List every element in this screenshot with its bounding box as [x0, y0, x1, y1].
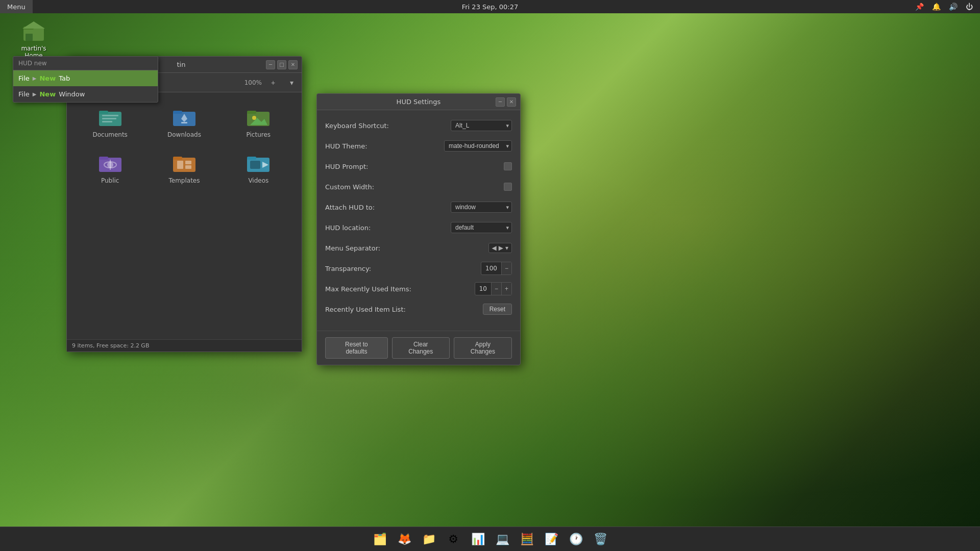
apply-changes-btn[interactable]: Apply Changes	[454, 337, 512, 359]
fm-templates[interactable]: Templates	[149, 146, 219, 188]
menu-separator-control: ◀ ▶ ▾	[488, 243, 512, 253]
hud-menu-arrow-2: ▶	[33, 91, 37, 97]
hud-location-control: default	[451, 222, 512, 233]
svg-rect-2	[26, 34, 33, 41]
hud-prompt-control	[504, 162, 512, 170]
pin-icon[interactable]: 📌	[913, 3, 926, 11]
hud-location-select-wrap: default	[451, 222, 512, 233]
desktop-home-icon[interactable]: martin's Home	[13, 18, 54, 59]
hud-menu-rest-2: Window	[59, 90, 85, 98]
recently-used-row: Recently Used Item List: Reset	[325, 302, 512, 316]
videos-icon	[246, 151, 271, 175]
max-recently-used-control: 10 − +	[475, 282, 512, 295]
svg-rect-10	[173, 111, 182, 114]
transparency-label: Transparency:	[325, 265, 481, 272]
clear-changes-btn[interactable]: Clear Changes	[392, 337, 450, 359]
taskbar-files[interactable]: 🗂️	[369, 528, 391, 550]
taskbar-trash[interactable]: 🗑️	[589, 528, 611, 550]
keyboard-shortcut-row: Keyboard Shortcut: Alt_L	[325, 118, 512, 133]
taskbar-file-manager[interactable]: 📁	[418, 528, 440, 550]
file-manager-icon: 📁	[422, 533, 436, 545]
taskbar: 🗂️ 🦊 📁 ⚙️ 📊 💻 🧮 📝 🕐 🗑️	[0, 527, 980, 551]
fm-public[interactable]: Public	[75, 146, 145, 188]
files-icon: 🗂️	[373, 533, 387, 545]
taskbar-firefox[interactable]: 🦊	[393, 528, 415, 550]
menu-separator-value[interactable]: ◀ ▶ ▾	[488, 243, 512, 253]
fm-downloads[interactable]: Downloads	[149, 101, 219, 142]
videos-label: Videos	[248, 177, 268, 184]
pictures-label: Pictures	[247, 131, 271, 138]
hud-theme-control: mate-hud-rounded	[444, 140, 512, 152]
hud-menu-item-file-1: File	[18, 74, 30, 82]
hud-prompt-checkbox[interactable]	[504, 162, 512, 170]
menu-separator-label: Menu Separator:	[325, 244, 488, 252]
trash-icon: 🗑️	[594, 533, 607, 545]
hud-close-btn[interactable]: ✕	[507, 97, 516, 107]
public-icon	[98, 151, 122, 175]
svg-rect-8	[102, 121, 112, 122]
fm-videos[interactable]: Videos	[224, 146, 293, 188]
transparency-decrease-btn[interactable]: −	[501, 262, 511, 274]
hud-settings-body: Keyboard Shortcut: Alt_L HUD Theme: mate…	[317, 110, 520, 331]
taskbar-clock[interactable]: 🕐	[565, 528, 587, 550]
hud-theme-label: HUD Theme:	[325, 142, 444, 150]
attach-hud-control: window	[451, 202, 512, 213]
hud-menu-item-file-2: File	[18, 90, 30, 98]
hud-theme-select-wrap: mate-hud-rounded	[444, 140, 512, 152]
fm-file-grid: Documents Downloads	[67, 92, 302, 339]
svg-point-15	[252, 116, 256, 120]
documents-label: Documents	[92, 131, 127, 138]
calculator-icon: 🧮	[520, 533, 534, 545]
max-recently-used-row: Max Recently Used Items: 10 − +	[325, 282, 512, 296]
hud-minimize-btn[interactable]: ─	[496, 97, 505, 107]
svg-rect-6	[102, 115, 118, 116]
taskbar-notes[interactable]: 📝	[540, 528, 562, 550]
custom-width-control	[504, 183, 512, 191]
svg-rect-5	[99, 111, 108, 114]
max-recently-decrease-btn[interactable]: −	[491, 283, 501, 295]
hud-theme-select[interactable]: mate-hud-rounded	[444, 140, 512, 152]
home-folder-icon	[21, 18, 46, 43]
topbar: Menu Fri 23 Sep, 00:27 📌 🔔 🔊 ⏻	[0, 0, 980, 13]
custom-width-checkbox[interactable]	[504, 183, 512, 191]
taskbar-terminal[interactable]: 💻	[491, 528, 513, 550]
taskbar-calculator[interactable]: 🧮	[516, 528, 538, 550]
hud-settings-title: HUD Settings	[341, 98, 496, 106]
topbar-menu[interactable]: Menu	[0, 0, 33, 13]
recently-used-reset-btn[interactable]: Reset	[483, 304, 512, 315]
hud-prompt-row: HUD Prompt:	[325, 159, 512, 173]
downloads-icon	[172, 105, 197, 129]
reset-defaults-btn[interactable]: Reset to defaults	[325, 337, 388, 359]
templates-label: Templates	[168, 177, 200, 184]
taskbar-settings[interactable]: ⚙️	[442, 528, 464, 550]
keyboard-shortcut-label: Keyboard Shortcut:	[325, 122, 451, 130]
bell-icon[interactable]: 🔔	[930, 3, 943, 11]
attach-hud-label: Attach HUD to:	[325, 204, 451, 211]
hud-location-select[interactable]: default	[451, 222, 512, 233]
menu-separator-row: Menu Separator: ◀ ▶ ▾	[325, 241, 512, 255]
svg-rect-28	[247, 157, 256, 160]
fm-content: Documents Downloads	[67, 92, 302, 339]
separator-left-arrow: ◀	[492, 244, 497, 252]
fm-close-btn[interactable]: ✕	[288, 60, 298, 69]
volume-icon[interactable]: 🔊	[947, 3, 960, 11]
hud-menu-new-window[interactable]: File ▶ New Window	[13, 86, 158, 102]
fm-minimize-btn[interactable]: ─	[266, 60, 275, 69]
hud-menu-new-tab[interactable]: File ▶ New Tab	[13, 70, 158, 86]
fm-maximize-btn[interactable]: □	[277, 60, 286, 69]
fm-zoom-in-btn[interactable]: +	[266, 76, 280, 90]
custom-width-row: Custom Width:	[325, 180, 512, 194]
fm-documents[interactable]: Documents	[75, 101, 145, 142]
max-recently-increase-btn[interactable]: +	[501, 283, 511, 295]
templates-icon	[172, 151, 197, 175]
fm-more-btn[interactable]: ▾	[284, 76, 299, 90]
attach-hud-select[interactable]: window	[451, 202, 512, 213]
separator-dropdown-arrow: ▾	[505, 244, 508, 252]
power-icon[interactable]: ⏻	[964, 3, 975, 11]
max-recently-used-spinbox: 10 − +	[475, 282, 512, 295]
fm-pictures[interactable]: Pictures	[224, 101, 293, 142]
transparency-row: Transparency: 100 −	[325, 261, 512, 276]
taskbar-monitor[interactable]: 📊	[467, 528, 489, 550]
hud-menu: HUD new File ▶ New Tab File ▶ New Window	[13, 56, 158, 103]
keyboard-shortcut-select[interactable]: Alt_L	[451, 120, 512, 131]
